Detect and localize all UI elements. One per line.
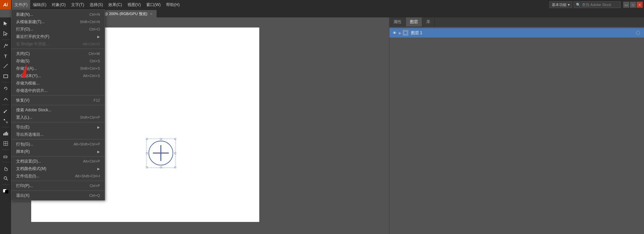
- minimize-button[interactable]: —: [623, 2, 629, 8]
- properties-tab[interactable]: 属性: [389, 17, 406, 26]
- toolbar-separator-5: [2, 150, 9, 150]
- layer-visibility-toggle[interactable]: 👁: [391, 30, 397, 36]
- menu-export-selection[interactable]: 导出所选项目...: [11, 131, 105, 138]
- library-tab[interactable]: 库: [422, 17, 435, 26]
- eyedropper-tool[interactable]: [1, 106, 10, 116]
- menu-export[interactable]: 导出(E) ▶: [11, 123, 105, 131]
- search-label: 查找 Adobe Stock: [582, 2, 611, 7]
- toolbar-separator-4: [2, 127, 9, 127]
- scripts-arrow: ▶: [97, 150, 100, 154]
- menu-exit[interactable]: 退出(X) Ctrl+Q: [11, 192, 105, 199]
- menu-open[interactable]: 打开(O)... Ctrl+O: [11, 25, 105, 33]
- svg-rect-11: [3, 133, 4, 135]
- menu-save-selected-slices[interactable]: 存储选中的切片...: [11, 87, 105, 94]
- layer-type-icon: [403, 30, 408, 36]
- fill-color[interactable]: [1, 186, 10, 195]
- menu-package[interactable]: 打包(G)... Alt+Shift+Ctrl+P: [11, 140, 105, 148]
- menu-bar: Ai 文件(F) 编辑(E) 对象(O) 文字(T) 选择(S) 效果(C) 视…: [0, 0, 644, 9]
- zoom-tool[interactable]: [1, 174, 10, 183]
- layer-options-circle[interactable]: [636, 31, 640, 35]
- menu-save[interactable]: 存储(S) Ctrl+S: [11, 57, 105, 65]
- pen-tool[interactable]: [1, 41, 10, 51]
- file-dropdown-menu: 新建(N)... Ctrl+N 从模板新建(T)... Shift+Ctrl+N…: [11, 9, 105, 200]
- menu-object[interactable]: 对象(O): [49, 0, 68, 9]
- tab-2-close[interactable]: ✕: [149, 12, 153, 16]
- close-button[interactable]: ✕: [637, 2, 643, 8]
- svg-rect-12: [5, 132, 6, 135]
- panel-tabs: 属性 图层 库: [389, 17, 644, 27]
- slice-tool[interactable]: [1, 139, 10, 148]
- menu-revert[interactable]: 恢复(V) F12: [11, 97, 105, 104]
- layers-tab[interactable]: 图层: [406, 17, 422, 26]
- rotate-tool[interactable]: [1, 84, 10, 93]
- svg-rect-4: [4, 75, 8, 78]
- eraser-tool[interactable]: [1, 151, 10, 161]
- svg-point-7: [4, 112, 5, 113]
- line-tool[interactable]: [1, 61, 10, 71]
- menu-recent-files[interactable]: 最近打开的文件(F) ▶: [11, 33, 105, 40]
- top-right-controls: 基本功能 ▾ 🔍 查找 Adobe Stock — □ ✕: [549, 0, 644, 9]
- toolbar-separator-1: [2, 40, 9, 40]
- menu-text[interactable]: 文字(T): [68, 0, 87, 9]
- menu-place[interactable]: 置入(L)... Shift+Ctrl+P: [11, 114, 105, 121]
- menu-window[interactable]: 窗口(W): [144, 0, 163, 9]
- recent-files-arrow: ▶: [97, 35, 100, 39]
- adobe-stock-search[interactable]: 🔍 查找 Adobe Stock: [574, 1, 621, 8]
- plus-shape[interactable]: [146, 138, 176, 168]
- right-panel: 属性 图层 库 👁 ▶ 图层 1: [389, 17, 644, 234]
- menu-scripts[interactable]: 脚本(R) ▶: [11, 148, 105, 155]
- menu-search-stock[interactable]: 搜索 Adobe Stock...: [11, 106, 105, 114]
- menu-file-info[interactable]: 文件信息(I)... Alt+Shift+Ctrl+I: [11, 172, 105, 180]
- menu-edit[interactable]: 编辑(E): [30, 0, 49, 9]
- search-icon: 🔍: [576, 3, 581, 7]
- svg-line-21: [6, 179, 8, 180]
- menu-section-revert: 恢复(V) F12: [11, 96, 105, 105]
- menu-doc-setup[interactable]: 文档设置(D)... Alt+Ctrl+P: [11, 158, 105, 165]
- rect-tool[interactable]: [1, 71, 10, 81]
- menu-new-from-template[interactable]: 从模板新建(T)... Shift+Ctrl+N: [11, 18, 105, 25]
- svg-point-2: [7, 45, 8, 46]
- menu-effect[interactable]: 效果(C): [106, 0, 125, 9]
- maximize-button[interactable]: □: [630, 2, 636, 8]
- svg-rect-36: [404, 31, 407, 35]
- menu-print[interactable]: 打印(P)... Ctrl+P: [11, 182, 105, 189]
- toolbar-separator-3: [2, 105, 9, 105]
- workspace-arrow-icon: ▾: [568, 3, 570, 7]
- layer-1-row[interactable]: 👁 ▶ 图层 1: [389, 28, 644, 38]
- toolbar-separator-2: [2, 82, 9, 82]
- menu-help[interactable]: 帮助(H): [163, 0, 182, 9]
- warp-tool[interactable]: [1, 94, 10, 103]
- hand-tool[interactable]: [1, 164, 10, 173]
- menu-section-print: 打印(P)... Ctrl+P: [11, 181, 105, 191]
- direct-select-tool[interactable]: [1, 29, 10, 38]
- menu-save-as-template[interactable]: 存储为模板...: [11, 79, 105, 87]
- toolbar-separator-7: [2, 184, 9, 185]
- layer-expand-arrow[interactable]: ▶: [399, 31, 401, 35]
- menu-items: 文件(F) 编辑(E) 对象(O) 文字(T) 选择(S) 效果(C) 视图(V…: [12, 0, 182, 9]
- menu-file[interactable]: 文件(F): [12, 0, 30, 9]
- blend-tool[interactable]: [1, 116, 10, 126]
- selection-tool[interactable]: [1, 19, 10, 28]
- menu-section-export: 导出(E) ▶ 导出所选项目...: [11, 122, 105, 139]
- menu-section-exit: 退出(X) Ctrl+Q: [11, 191, 105, 200]
- workspace-selector[interactable]: 基本功能 ▾: [549, 1, 572, 8]
- menu-close[interactable]: 关闭(C) Ctrl+W: [11, 50, 105, 57]
- menu-select[interactable]: 选择(S): [87, 0, 106, 9]
- svg-line-3: [4, 64, 8, 68]
- menu-new[interactable]: 新建(N)... Ctrl+N: [11, 11, 105, 18]
- menu-section-search: 搜索 Adobe Stock... 置入(L)... Shift+Ctrl+P: [11, 105, 105, 122]
- type-tool[interactable]: T: [1, 51, 10, 61]
- color-mode-arrow: ▶: [97, 167, 100, 171]
- menu-section-package: 打包(G)... Alt+Shift+Ctrl+P 脚本(R) ▶: [11, 139, 105, 157]
- menu-section-new: 新建(N)... Ctrl+N 从模板新建(T)... Shift+Ctrl+N…: [11, 10, 105, 49]
- svg-line-10: [4, 120, 7, 122]
- menu-browse-bridge: 在 Bridge 中浏览... Alt+Ctrl+O: [11, 40, 105, 48]
- layers-panel: 👁 ▶ 图层 1: [389, 27, 644, 39]
- toolbar-separator-6: [2, 162, 9, 162]
- menu-doc-color-mode[interactable]: 文档颜色模式(M) ▶: [11, 165, 105, 172]
- left-toolbar: T: [0, 17, 11, 234]
- workspace-label: 基本功能: [552, 2, 567, 7]
- svg-marker-0: [4, 21, 7, 25]
- column-graph-tool[interactable]: [1, 129, 10, 138]
- menu-view[interactable]: 视图(V): [125, 0, 144, 9]
